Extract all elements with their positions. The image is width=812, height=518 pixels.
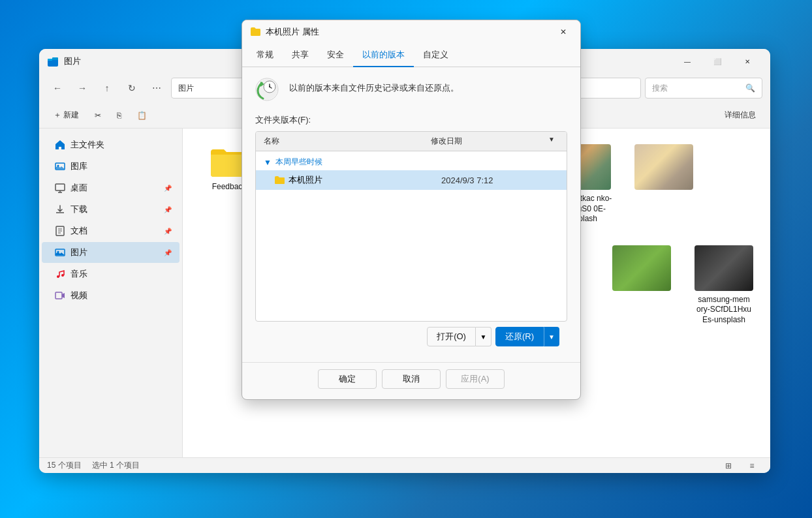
- svg-point-23: [269, 86, 270, 87]
- svg-rect-16: [55, 292, 62, 299]
- cut-button[interactable]: ✂: [88, 106, 108, 125]
- versions-header: 名称 修改日期 ▼: [256, 132, 567, 151]
- home-icon: [55, 140, 65, 150]
- properties-dialog: 本机照片 属性 ✕ 常规 共享 安全 以前的版本 自定义: [242, 20, 581, 400]
- music-icon: [55, 269, 65, 279]
- section-label: 文件夹版本(F):: [255, 114, 567, 126]
- sidebar-item-downloads[interactable]: 下载 📌: [42, 199, 180, 220]
- versions-body: ▼ 本周早些时候 本机照片 2024/9/3 7:12: [256, 151, 567, 321]
- svg-rect-1: [48, 59, 52, 61]
- info-row: 以前的版本来自文件历史记录或来自还原点。: [255, 78, 567, 101]
- open-split-button: 打开(O) ▼: [427, 327, 492, 346]
- minimize-button[interactable]: —: [672, 51, 702, 72]
- tab-sharing[interactable]: 共享: [283, 44, 318, 67]
- pin-icon-desktop: 📌: [164, 185, 172, 192]
- close-button[interactable]: ✕: [732, 51, 762, 72]
- version-row-0[interactable]: 本机照片 2024/9/3 7:12: [256, 170, 567, 190]
- tab-security[interactable]: 安全: [318, 44, 353, 67]
- svg-rect-2: [52, 57, 58, 60]
- more-nav-button[interactable]: ⋯: [146, 78, 167, 99]
- forward-button[interactable]: →: [72, 78, 93, 99]
- apply-button[interactable]: 应用(A): [446, 369, 505, 389]
- sidebar-item-music[interactable]: 音乐: [42, 264, 180, 284]
- small-folder-icon: [274, 175, 285, 185]
- sidebar-label-music: 音乐: [70, 268, 87, 280]
- new-button[interactable]: ＋ 新建: [47, 106, 86, 125]
- search-icon: 🔍: [745, 84, 755, 93]
- view-controls: ⊞ ≡: [718, 455, 762, 474]
- file-name-device: samsung-mem ory-SCfDL1Hxu Es-unsplash: [693, 295, 755, 326]
- versions-table: 名称 修改日期 ▼ ▼ 本周早些时候: [255, 131, 567, 322]
- thumbnail-device: [695, 245, 753, 291]
- paste-button[interactable]: 📋: [131, 106, 153, 125]
- refresh-button[interactable]: ↻: [121, 78, 142, 99]
- expand-icon: ▼: [264, 158, 272, 167]
- details-button[interactable]: 详细信息: [718, 106, 762, 125]
- versions-group-week: ▼ 本周早些时候 本机照片 2024/9/3 7:12: [256, 151, 567, 192]
- selected-count: 选中 1 个项目: [92, 460, 140, 471]
- thumbnail-desert: [634, 144, 693, 190]
- pin-icon-pictures: 📌: [164, 249, 172, 256]
- open-button[interactable]: 打开(O): [427, 327, 476, 346]
- sidebar-item-pictures[interactable]: 图片 📌: [42, 242, 180, 263]
- sidebar-item-home[interactable]: 主文件夹: [42, 134, 180, 155]
- sidebar-label-downloads: 下载: [70, 204, 87, 215]
- open-dropdown-button[interactable]: ▼: [476, 327, 492, 346]
- cancel-button[interactable]: 取消: [382, 369, 441, 389]
- info-text: 以前的版本来自文件历史记录或来自还原点。: [289, 78, 459, 95]
- restore-button[interactable]: 还原(R): [495, 327, 544, 346]
- group-label-week[interactable]: ▼ 本周早些时候: [256, 154, 567, 170]
- list-view-button[interactable]: ≡: [742, 455, 762, 474]
- file-item-desert[interactable]: [628, 139, 700, 230]
- dialog-footer: 确定 取消 应用(A): [242, 362, 580, 399]
- dialog-title: 本机照片 属性: [266, 26, 554, 38]
- sidebar-label-gallery: 图库: [70, 160, 87, 172]
- explorer-window-icon: [47, 55, 59, 67]
- up-button[interactable]: ↑: [97, 78, 117, 99]
- address-text: 图片: [178, 83, 194, 94]
- sidebar-item-videos[interactable]: 视频: [42, 285, 180, 306]
- details-button-wrapper: 详细信息: [718, 106, 762, 125]
- videos-icon: [55, 290, 65, 301]
- grid-view-button[interactable]: ⊞: [718, 455, 739, 474]
- dialog-content: 以前的版本来自文件历史记录或来自还原点。 文件夹版本(F): 名称 修改日期 ▼…: [242, 67, 580, 362]
- sort-icon[interactable]: ▼: [548, 136, 559, 147]
- dialog-titlebar: 本机照片 属性 ✕: [242, 20, 580, 44]
- status-bar: 15 个项目 选中 1 个项目 ⊞ ≡: [39, 457, 770, 473]
- sidebar-label-desktop: 桌面: [70, 182, 87, 194]
- restore-split-button: 还原(R) ▼: [495, 327, 559, 346]
- version-item-name: 本机照片: [289, 174, 322, 186]
- titlebar-controls: — ⬜ ✕: [672, 51, 762, 72]
- copy-button[interactable]: ⎘: [110, 106, 128, 125]
- pin-icon-downloads: 📌: [164, 206, 172, 213]
- dialog-tabs: 常规 共享 安全 以前的版本 自定义: [242, 44, 580, 67]
- restore-dropdown-button[interactable]: ▼: [544, 327, 559, 346]
- sidebar-label-pictures: 图片: [70, 247, 87, 258]
- sidebar-item-documents[interactable]: 文档 📌: [42, 221, 180, 241]
- group-label-text: 本周早些时候: [275, 157, 322, 168]
- col-name: 名称: [264, 136, 431, 147]
- maximize-button[interactable]: ⬜: [702, 51, 732, 72]
- ok-button[interactable]: 确定: [318, 369, 377, 389]
- documents-icon: [55, 226, 65, 236]
- downloads-icon: [55, 204, 65, 215]
- gallery-icon: [55, 161, 65, 172]
- tab-previous-versions[interactable]: 以前的版本: [353, 44, 414, 67]
- sidebar: 主文件夹 图库 桌面 📌 下载 📌: [39, 129, 183, 457]
- pin-icon-documents: 📌: [164, 228, 172, 235]
- file-item-device[interactable]: samsung-mem ory-SCfDL1Hxu Es-unsplash: [688, 240, 760, 331]
- desktop-icon: [55, 183, 65, 193]
- tab-general[interactable]: 常规: [247, 44, 283, 67]
- search-placeholder: 搜索: [652, 83, 668, 94]
- dialog-close-button[interactable]: ✕: [554, 23, 572, 41]
- search-bar[interactable]: 搜索 🔍: [645, 78, 762, 99]
- sidebar-item-desktop[interactable]: 桌面 📌: [42, 177, 180, 198]
- thumbnail-green-person: [612, 245, 671, 291]
- sidebar-label-videos: 视频: [70, 290, 87, 301]
- right-images: samsung-mem ory-SCfDL1Hxu Es-unsplash: [606, 240, 760, 331]
- item-count: 15 个项目: [47, 460, 82, 471]
- back-button[interactable]: ←: [47, 78, 68, 99]
- file-item-green-person[interactable]: [606, 240, 678, 300]
- tab-customize[interactable]: 自定义: [414, 44, 458, 67]
- sidebar-item-gallery[interactable]: 图库: [42, 156, 180, 177]
